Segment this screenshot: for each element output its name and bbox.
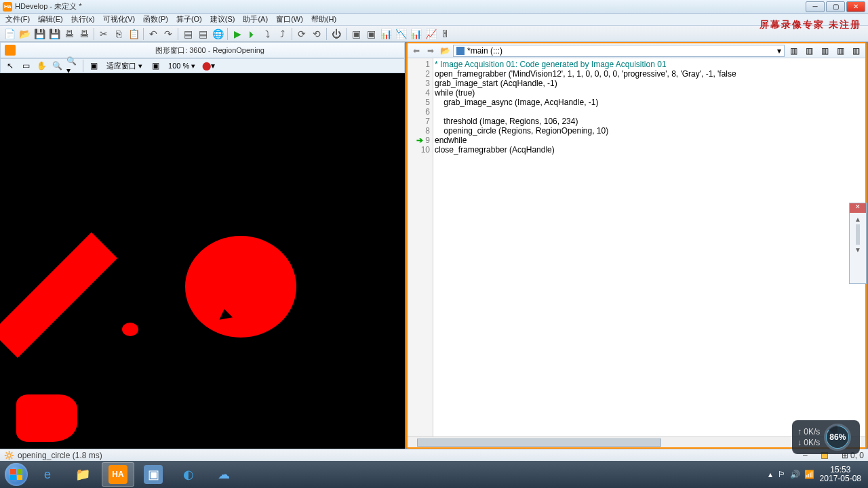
chart2-button[interactable]: 📉 — [394, 27, 408, 41]
menu-help[interactable]: 帮助(H) — [309, 14, 339, 25]
zoom-in-button[interactable]: 🔍 — [50, 60, 64, 72]
fit-button[interactable]: ▣ — [87, 60, 100, 72]
status-text: opening_circle (1.8 ms) — [18, 451, 102, 460]
task-app2[interactable]: ◐ — [172, 462, 205, 487]
task-app3[interactable]: ☁ — [208, 462, 240, 487]
win2-button[interactable]: ▣ — [364, 27, 378, 41]
ct-btn4[interactable]: ▥ — [833, 44, 847, 58]
code-text[interactable]: * Image Acquisition 01: Code generated b… — [433, 58, 865, 436]
step-into-icon: ⤵ — [265, 28, 270, 39]
redo-button[interactable]: ↷ — [161, 27, 175, 41]
graphics-panel: 图形窗口: 3600 - RegionOpening ↖ ▭ ✋ 🔍 🔍▾ ▣ … — [0, 42, 405, 449]
start-orb-icon — [5, 463, 28, 486]
file-dropdown-label: *main (:::) — [467, 46, 502, 56]
copy-button[interactable]: ⎘ — [112, 27, 125, 41]
nav-fwd-button[interactable]: ➡ — [425, 45, 437, 57]
step-into-button[interactable]: ⤵ — [260, 27, 274, 41]
toolwindow-close[interactable]: ✕ — [850, 203, 866, 213]
menu-assistant[interactable]: 助手(A) — [240, 14, 271, 25]
menu-operator[interactable]: 算子(O) — [174, 14, 205, 25]
win1-button[interactable]: ▣ — [349, 27, 363, 41]
net-up: ↑ 0K/s — [797, 427, 820, 436]
doc4-icon: ▥ — [837, 46, 844, 56]
step-out-button[interactable]: ⤴ — [275, 27, 289, 41]
save-button[interactable]: 💾 — [47, 27, 61, 41]
tray-clock[interactable]: 15:53 2017-05-08 — [820, 466, 861, 483]
zoom100-button[interactable]: ▣ — [149, 60, 162, 72]
task-ie[interactable]: e — [31, 462, 64, 487]
nav-open-button[interactable]: 📂 — [439, 45, 451, 57]
cut-button[interactable]: ✂ — [97, 27, 111, 41]
file-dropdown[interactable]: *main (:::) ▾ — [453, 45, 785, 57]
task-hdevelop[interactable]: HA — [102, 462, 134, 487]
graphics-canvas[interactable] — [0, 73, 405, 449]
chart1-button[interactable]: 📊 — [379, 27, 393, 41]
chart3-button[interactable]: 📊 — [409, 27, 422, 41]
close-button[interactable]: ✕ — [846, 1, 865, 12]
menu-execute[interactable]: 执行(x) — [68, 14, 98, 25]
fit-icon: ▣ — [90, 61, 98, 70]
color-button[interactable]: ⬤▾ — [201, 60, 215, 72]
battery-percent: 86% — [827, 426, 848, 448]
run-button[interactable]: ▶ — [231, 27, 244, 41]
code-editor[interactable]: 12345678➔ 910 * Image Acquisition 01: Co… — [408, 58, 865, 436]
menu-visualize[interactable]: 可视化(V) — [100, 14, 138, 25]
save-all-button[interactable]: 💾 — [33, 27, 46, 41]
undo-button[interactable]: ↶ — [146, 27, 160, 41]
menu-function[interactable]: 函数(P) — [140, 14, 171, 25]
list1-button[interactable]: ▤ — [181, 27, 195, 41]
ct-btn5[interactable]: ▥ — [849, 44, 863, 58]
step-over-button[interactable]: ⟳ — [295, 27, 309, 41]
print-button[interactable]: 🖶 — [62, 27, 76, 41]
globe-button[interactable]: 🌐 — [211, 27, 224, 41]
list2-button[interactable]: ▤ — [196, 27, 210, 41]
win1-icon: ▣ — [352, 28, 361, 39]
step-over-icon: ⟳ — [298, 28, 306, 39]
scrollbar-thumb[interactable] — [417, 439, 661, 447]
nav-back-button[interactable]: ⬅ — [410, 45, 422, 57]
reset-button[interactable]: ⟲ — [310, 27, 323, 41]
tray-date: 2017-05-08 — [820, 474, 861, 483]
toolwindow-slider[interactable] — [856, 224, 860, 245]
up-arrow-icon[interactable]: ▲ — [854, 216, 861, 223]
roi-button[interactable]: ▭ — [19, 60, 33, 72]
tray-chevron[interactable]: ▴ — [768, 470, 772, 479]
paste-button[interactable]: 📋 — [127, 27, 140, 41]
menu-suggest[interactable]: 建议(S) — [208, 14, 238, 25]
chart4-icon: 📈 — [425, 28, 437, 39]
task-app1[interactable]: ▣ — [137, 462, 170, 487]
ct-btn3[interactable]: ▥ — [818, 44, 831, 58]
stop-button[interactable]: ⏻ — [330, 27, 343, 41]
ct-btn1[interactable]: ▥ — [787, 44, 800, 58]
menu-file[interactable]: 文件(F) — [3, 14, 33, 25]
pointer-button[interactable]: ↖ — [3, 60, 17, 72]
down-arrow-icon[interactable]: ▼ — [854, 246, 861, 253]
fit-label[interactable]: 适应窗口 ▾ — [102, 61, 146, 71]
region-circle — [185, 236, 296, 338]
ct-btn2[interactable]: ▥ — [802, 44, 816, 58]
new-button[interactable]: 📄 — [3, 27, 16, 41]
tray-action-icon[interactable]: 🏳 — [778, 470, 786, 479]
print2-button[interactable]: 🖶 — [77, 27, 91, 41]
menu-window[interactable]: 窗口(W) — [273, 14, 306, 25]
pointer-icon: ↖ — [7, 61, 14, 70]
start-button[interactable] — [3, 462, 30, 487]
open-button[interactable]: 📂 — [18, 27, 31, 41]
move-button[interactable]: ✋ — [35, 60, 48, 72]
menu-edit[interactable]: 编辑(E) — [35, 14, 66, 25]
maximize-button[interactable]: ▢ — [826, 1, 845, 12]
zoom-out-button[interactable]: 🔍▾ — [66, 60, 79, 72]
zoom-value[interactable]: 100 % ▾ — [164, 62, 199, 70]
list2-icon: ▤ — [199, 28, 208, 39]
battery-widget[interactable]: ↑ 0K/s ↓ 0K/s 86% — [792, 420, 860, 454]
minimize-button[interactable]: ─ — [806, 1, 825, 12]
main-toolbar: 📄 📂 💾 💾 🖶 🖶 ✂ ⎘ 📋 ↶ ↷ ▤ ▤ 🌐 ▶ ⏵ ⤵ ⤴ ⟳ ⟲ … — [0, 26, 868, 42]
tune-button[interactable]: 🎚 — [439, 27, 452, 41]
task-explorer[interactable]: 📁 — [66, 462, 99, 487]
region-dot — [122, 323, 138, 336]
tray-network-icon[interactable]: 📶 — [804, 470, 814, 479]
step-button[interactable]: ⏵ — [245, 27, 259, 41]
chart4-button[interactable]: 📈 — [424, 27, 437, 41]
tray-volume-icon[interactable]: 🔊 — [790, 470, 800, 479]
status-icon: 🔆 — [4, 451, 14, 460]
